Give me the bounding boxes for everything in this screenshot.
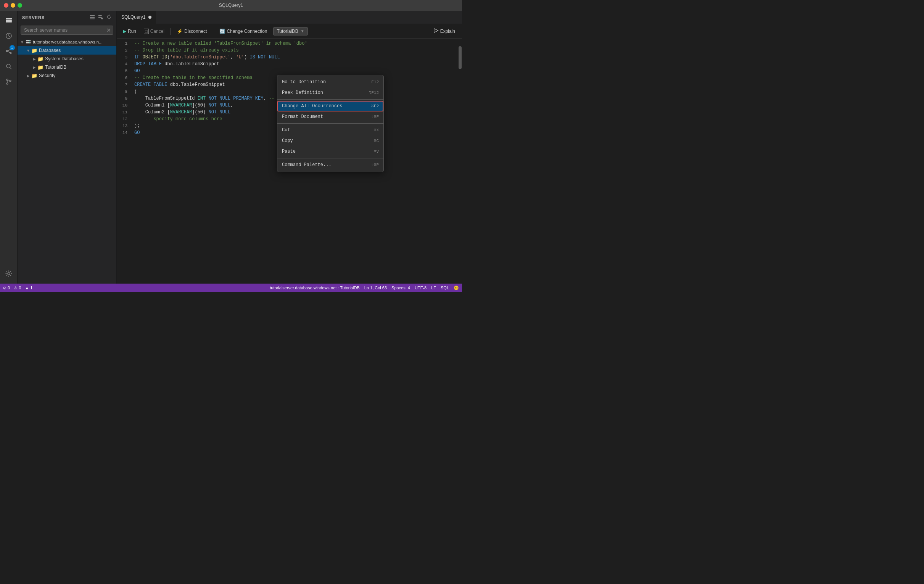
ctx-copy-shortcut: ⌘C xyxy=(374,137,379,144)
ctx-change-occurrences-shortcut: ⌘F2 xyxy=(371,103,379,109)
language-info[interactable]: SQL xyxy=(441,286,449,290)
tree-container: ▼ tutorialserver.database.windows.n... ▼… xyxy=(18,36,116,284)
explain-button[interactable]: Explain xyxy=(429,27,459,35)
ctx-goto-definition[interactable]: Go to Definition F12 xyxy=(277,77,383,88)
status-bar-left: ⊘ 0 ⚠ 0 ▲ 1 xyxy=(3,286,33,291)
ctx-cut-shortcut: ⌘X xyxy=(374,127,379,134)
server-icon xyxy=(25,39,31,45)
cursor-position[interactable]: Ln 1, Col 63 xyxy=(364,286,387,290)
svg-point-4 xyxy=(6,50,8,52)
security-label: Security xyxy=(39,73,116,78)
tree-item-server[interactable]: ▼ tutorialserver.database.windows.n... xyxy=(18,38,116,46)
search-clear-icon[interactable]: ✕ xyxy=(106,27,111,33)
editor-scrollbar[interactable] xyxy=(458,38,462,284)
svg-rect-16 xyxy=(90,15,95,17)
info-icon: ▲ xyxy=(25,286,29,290)
spaces-info[interactable]: Spaces: 4 xyxy=(391,286,410,290)
svg-line-7 xyxy=(8,50,10,51)
folder-icon: 📁 xyxy=(37,64,43,70)
status-info[interactable]: ▲ 1 xyxy=(25,286,33,290)
disconnect-label: Disconnect xyxy=(184,29,207,34)
close-button[interactable] xyxy=(4,3,8,8)
code-line-5: GO xyxy=(134,68,455,74)
disconnect-icon: ⚡ xyxy=(177,29,183,34)
sidebar-item-git[interactable] xyxy=(2,75,16,89)
settings-button[interactable] xyxy=(2,268,16,282)
tree-item-security[interactable]: ▶ 📁 Security xyxy=(18,71,116,80)
ctx-peek-definition-label: Peek Definition xyxy=(282,89,323,96)
change-connection-icon: 🔄 xyxy=(219,29,225,34)
ctx-peek-definition[interactable]: Peek Definition ⌥F12 xyxy=(277,88,383,98)
scrollbar-thumb xyxy=(459,46,462,69)
sidebar-item-servers[interactable] xyxy=(2,14,16,28)
ctx-cut[interactable]: Cut ⌘X xyxy=(277,125,383,136)
minimize-button[interactable] xyxy=(11,3,15,8)
svg-marker-27 xyxy=(434,29,438,33)
svg-rect-20 xyxy=(99,17,102,18)
status-errors[interactable]: ⊘ 0 xyxy=(3,286,10,291)
system-databases-label: System Databases xyxy=(45,56,116,61)
sidebar-item-search[interactable] xyxy=(2,60,16,73)
status-warnings[interactable]: ⚠ 0 xyxy=(14,286,21,291)
code-editor[interactable]: 1 2 3 4 5 6 7 8 9 10 11 12 13 14 -- Crea… xyxy=(117,38,462,284)
titlebar-buttons xyxy=(4,3,22,8)
code-line-4: DROP TABLE dbo.TableFromSnippet xyxy=(134,61,455,68)
feedback-icon[interactable]: 😊 xyxy=(454,286,459,291)
new-connection-icon[interactable] xyxy=(90,14,95,21)
change-connection-button[interactable]: 🔄 Change Connection xyxy=(216,28,270,35)
ctx-command-palette-label: Command Palette... xyxy=(282,162,332,168)
ctx-copy-label: Copy xyxy=(282,137,293,144)
ctx-change-occurrences-label: Change All Occurrences xyxy=(282,103,342,109)
ctx-paste[interactable]: Paste ⌘V xyxy=(277,146,383,157)
code-line-1: -- Create a new table called 'TableFromS… xyxy=(134,40,455,47)
change-connection-label: Change Connection xyxy=(227,29,267,34)
sidebar-item-history[interactable] xyxy=(2,29,16,43)
editor-tab[interactable]: SQLQuery1 xyxy=(117,11,157,24)
tree-item-tutorialdb[interactable]: ▶ 📁 TutorialDB xyxy=(18,63,116,71)
encoding-info[interactable]: UTF-8 xyxy=(415,286,427,290)
run-button[interactable]: ▶ Run xyxy=(120,28,139,35)
tree-item-system-databases[interactable]: ▶ 📁 System Databases xyxy=(18,55,116,63)
editor-area: SQLQuery1 ▶ Run □ Cancel ⚡ Disconnect 🔄 xyxy=(117,11,462,284)
ctx-paste-shortcut: ⌘V xyxy=(374,148,379,155)
svg-rect-17 xyxy=(90,17,95,18)
tab-modified-indicator xyxy=(148,16,152,19)
ctx-copy[interactable]: Copy ⌘C xyxy=(277,136,383,146)
sidebar-item-connections[interactable]: 1 xyxy=(2,44,16,58)
connection-badge: 1 xyxy=(10,45,15,50)
ctx-format-document[interactable]: Format Document ⇧⌘F xyxy=(277,111,383,122)
activity-bar: 1 xyxy=(0,11,18,284)
cancel-icon: □ xyxy=(144,29,149,34)
maximize-button[interactable] xyxy=(18,3,22,8)
chevron-right-icon: ▶ xyxy=(31,56,37,62)
svg-line-10 xyxy=(10,68,12,69)
toolbar: ▶ Run □ Cancel ⚡ Disconnect 🔄 Change Con… xyxy=(117,24,462,38)
refresh-icon[interactable] xyxy=(106,14,112,21)
chevron-down-icon: ▼ xyxy=(19,39,25,45)
context-menu: Go to Definition F12 Peek Definition ⌥F1… xyxy=(277,75,384,172)
code-line-3: IF OBJECT_ID('dbo.TableFromSnippet', 'U'… xyxy=(134,54,455,61)
connection-status[interactable]: tutorialserver.database.windows.net : Tu… xyxy=(270,286,360,290)
svg-point-12 xyxy=(7,83,8,84)
main-container: 1 SERVERS xyxy=(0,11,462,284)
chevron-right-icon: ▶ xyxy=(31,64,37,70)
svg-rect-2 xyxy=(6,23,12,23)
ctx-change-occurrences[interactable]: Change All Occurrences ⌘F2 xyxy=(277,101,383,111)
ctx-format-document-shortcut: ⇧⌘F xyxy=(371,113,379,120)
search-input[interactable] xyxy=(21,26,113,35)
ctx-paste-label: Paste xyxy=(282,148,296,155)
tree-item-databases[interactable]: ▼ 📁 Databases xyxy=(18,46,116,55)
cancel-button[interactable]: □ Cancel xyxy=(141,28,167,35)
svg-point-15 xyxy=(8,273,10,275)
database-name: TutorialDB xyxy=(277,29,298,34)
folder-icon: 📁 xyxy=(31,47,37,53)
disconnect-button[interactable]: ⚡ Disconnect xyxy=(174,28,210,35)
svg-point-26 xyxy=(30,42,30,43)
warning-icon: ⚠ xyxy=(14,286,18,291)
line-ending-info[interactable]: LF xyxy=(431,286,436,290)
ctx-peek-definition-shortcut: ⌥F12 xyxy=(369,89,379,96)
database-dropdown[interactable]: TutorialDB ▼ xyxy=(273,27,307,35)
ctx-command-palette[interactable]: Command Palette... ⇧⌘P xyxy=(277,160,383,170)
add-connection-icon[interactable] xyxy=(98,14,103,21)
info-count: 1 xyxy=(30,286,33,290)
